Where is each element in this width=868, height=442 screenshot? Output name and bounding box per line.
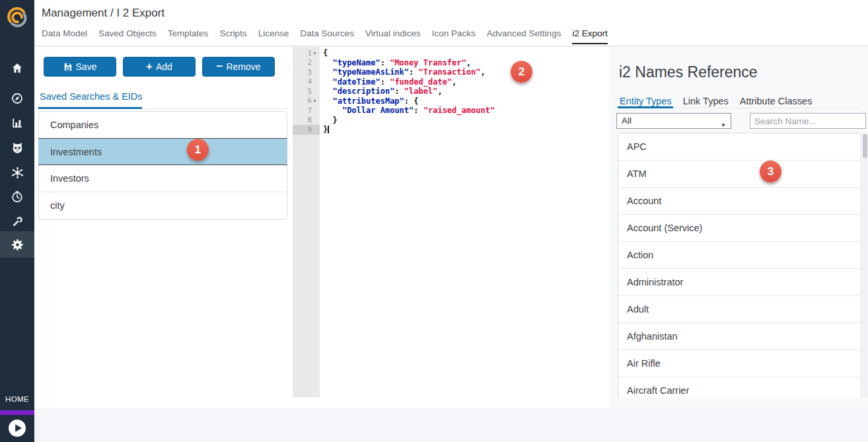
list-item-city[interactable]: city [39, 192, 287, 219]
tab-link-types[interactable]: Link Types [683, 96, 729, 106]
tab-scripts[interactable]: Scripts [219, 28, 246, 46]
visualize-bar-chart-icon [11, 116, 24, 129]
list-item-administrator[interactable]: Administrator [618, 269, 861, 296]
play-button[interactable] [8, 419, 26, 437]
chevron-down-icon: ▼ [721, 118, 726, 133]
filter-dropdown[interactable]: All ▼ [616, 113, 731, 129]
code-line-5: 5 "description": "label", [293, 87, 609, 96]
discover-compass-icon [11, 92, 24, 105]
home-link[interactable]: HOME [0, 395, 34, 403]
add-button[interactable]: + Add [123, 57, 196, 77]
sidebar-item-home[interactable] [0, 55, 34, 81]
list-item-adult[interactable]: Adult [618, 296, 861, 323]
tab-templates[interactable]: Templates [168, 28, 209, 46]
tab-license[interactable]: License [258, 28, 289, 46]
code-line-4: 4 "dateTime": "funded_date", [293, 77, 609, 87]
sidebar-item-discover[interactable] [0, 86, 34, 111]
panel-title: i2 Names Reference [619, 63, 758, 81]
siren-logo-icon [5, 5, 30, 30]
app-window: HOME Management / I 2 Export Data Model … [0, 0, 868, 442]
nav-sidebar: HOME [0, 0, 34, 442]
add-button-label: Add [156, 61, 172, 72]
list-item-companies[interactable]: Companies [39, 112, 287, 139]
tab-data-model[interactable]: Data Model [42, 28, 87, 46]
list-item-air-rifle[interactable]: Air Rifle [618, 350, 861, 377]
entity-types-list: APC ATM Account Account (Service) Action… [618, 133, 861, 397]
code-line-1: 1▾ { [293, 48, 609, 58]
active-tab-underline [618, 106, 673, 108]
list-item-account-service[interactable]: Account (Service) [618, 215, 861, 242]
list-item-investors[interactable]: Investors [39, 165, 287, 192]
sidebar-accent-bar [0, 410, 34, 415]
fold-toggle-icon[interactable]: ▾ [312, 50, 318, 56]
home-icon [11, 61, 24, 75]
code-line-2: 2 "typeName": "Money Transfer", [293, 58, 609, 68]
timelion-clock-icon [11, 190, 24, 203]
tab-attribute-classes[interactable]: Attribute Classes [740, 96, 813, 106]
text-cursor [328, 126, 329, 133]
scrollbar-track[interactable] [863, 133, 867, 397]
sidebar-item-visualize[interactable] [0, 110, 34, 135]
reference-tab-bar: Entity Types Link Types Attribute Classe… [620, 96, 812, 106]
list-item-action[interactable]: Action [618, 242, 861, 269]
saved-searches-panel: Save + Add − Remove Saved Searches & EID… [34, 47, 293, 408]
editor-content: 1▾ { 2 "typeName": "Money Transfer", 3 "… [293, 48, 609, 135]
code-line-8: 8 } [293, 116, 609, 126]
graph-spider-icon [11, 166, 24, 180]
save-button[interactable]: Save [44, 57, 116, 77]
list-item-atm[interactable]: ATM [618, 161, 861, 188]
scrollbar-thumb[interactable] [863, 134, 867, 158]
fold-toggle-icon[interactable]: ▾ [312, 98, 318, 104]
list-item-investments-selected[interactable]: Investments [38, 138, 287, 165]
tab-virtual-indices[interactable]: Virtual indices [365, 28, 421, 46]
tab-data-sources[interactable]: Data Sources [300, 28, 354, 46]
list-item-afghanistan[interactable]: Afghanistan [618, 323, 861, 350]
sidebar-item-timelion[interactable] [0, 184, 34, 209]
tab-advanced-settings[interactable]: Advanced Settings [487, 28, 561, 46]
app-logo[interactable] [0, 0, 34, 34]
filter-dropdown-value: All [622, 116, 632, 126]
annotation-badge-3: 3 [760, 161, 781, 182]
plus-icon: + [146, 61, 153, 72]
code-line-3: 3 "typeNameAsLink": "Transaction", [293, 67, 609, 77]
saved-searches-list: Companies Investments Investors city [38, 111, 287, 220]
annotation-badge-2: 2 [511, 61, 532, 83]
management-tab-bar: Data Model Saved Objects Templates Scrip… [42, 28, 608, 46]
tab-saved-objects[interactable]: Saved Objects [98, 28, 157, 46]
sidebar-item-graph[interactable] [0, 160, 34, 185]
search-name-input[interactable] [750, 113, 866, 129]
annotation-badge-1: 1 [187, 139, 209, 161]
minus-icon: − [216, 61, 223, 72]
tab-entity-types[interactable]: Entity Types [620, 96, 672, 106]
play-icon [8, 419, 26, 437]
save-floppy-icon [63, 62, 73, 71]
list-item-account[interactable]: Account [618, 188, 861, 215]
remove-button[interactable]: − Remove [202, 57, 275, 77]
code-line-7: 7 "Dollar Amount": "raised_amount" [293, 106, 609, 116]
json-code-editor[interactable]: 1▾ { 2 "typeName": "Money Transfer", 3 "… [293, 47, 609, 408]
code-line-9: 9 } [293, 125, 609, 135]
sidebar-item-sentinl[interactable] [0, 135, 34, 160]
tab-i2-export[interactable]: i2 Export [572, 28, 607, 46]
tab-saved-searches-eids[interactable]: Saved Searches & EIDs [40, 91, 143, 102]
breadcrumb: Management / I 2 Export [42, 7, 164, 20]
header: Management / I 2 Export Data Model Saved… [34, 0, 868, 46]
save-button-label: Save [76, 61, 97, 72]
gear-icon [11, 238, 24, 252]
sidebar-item-management[interactable] [0, 231, 34, 258]
list-item-apc[interactable]: APC [618, 133, 861, 161]
remove-button-label: Remove [226, 61, 260, 72]
dev-tools-wrench-icon [11, 215, 24, 229]
code-line-6: 6▾ "attributesMap": { [293, 96, 609, 106]
tab-icon-packs[interactable]: Icon Packs [432, 28, 476, 46]
active-tab-underline [38, 107, 142, 109]
list-item-aircraft-carrier[interactable]: Aircraft Carrier [618, 377, 861, 397]
owl-icon [11, 141, 24, 155]
i2-names-reference-panel: i2 Names Reference Entity Types Link Typ… [609, 47, 868, 408]
